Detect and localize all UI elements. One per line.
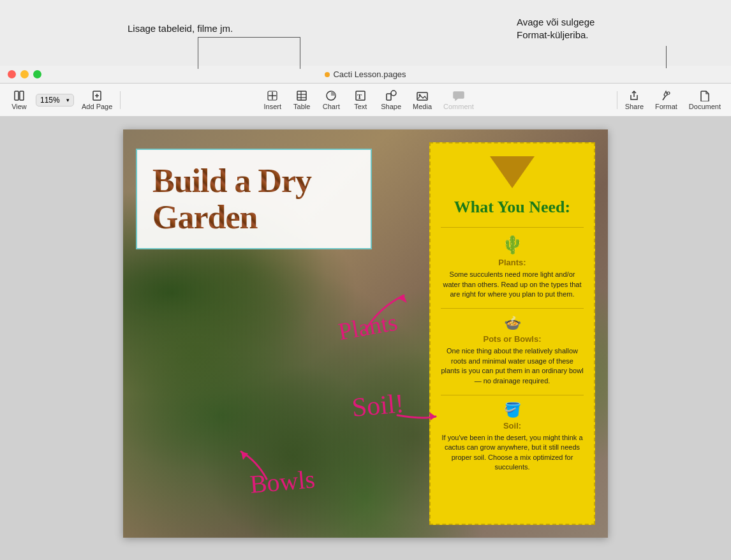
shape-button[interactable]: Shape [376, 87, 406, 113]
toolbar-right: Share Format Document [620, 87, 726, 113]
shovel-icon: 🪣 [441, 402, 584, 418]
tooltip-left: Lisage tabeleid, filme jm. [128, 23, 233, 34]
share-icon [628, 90, 640, 101]
svg-point-16 [391, 91, 396, 96]
title-text: Build a Dry Garden [152, 163, 355, 235]
window-title: Cacti Lesson.pages [325, 70, 406, 79]
text-button[interactable]: T Text [346, 87, 374, 113]
plants-title: Plants: [441, 258, 584, 267]
svg-rect-0 [15, 91, 18, 100]
svg-rect-8 [297, 91, 306, 100]
panel-divider-2 [441, 308, 584, 309]
title-dot-icon [325, 72, 330, 77]
insert-icon [267, 90, 278, 101]
panel-section-soil: 🪣 Soil: If you've been in the desert, yo… [441, 402, 584, 473]
format-button[interactable]: Format [650, 87, 683, 113]
format-icon [660, 90, 672, 101]
toolbar-separator-1 [120, 91, 121, 109]
pots-title: Pots or Bowls: [441, 334, 584, 344]
toolbar-center: Insert Table Chart T Text [123, 87, 614, 113]
document-icon [699, 90, 711, 101]
bowl-icon: 🍲 [441, 315, 584, 332]
soil-text: If you've been in the desert, you might … [441, 433, 584, 473]
add-page-button[interactable]: Add Page [77, 87, 117, 113]
window-controls[interactable] [8, 70, 41, 78]
chart-icon [325, 90, 337, 101]
media-button[interactable]: Media [408, 87, 437, 113]
page-canvas[interactable]: Build a Dry Garden What You Need: 🌵 Plan… [123, 129, 608, 538]
panel-divider-1 [441, 227, 584, 228]
toolbar-left: View 115% ▾ Add Page [5, 87, 117, 113]
panel-divider-3 [441, 395, 584, 395]
zoom-control[interactable]: 115% ▾ [36, 94, 74, 107]
soil-title: Soil: [441, 421, 584, 431]
panel-section-pots: 🍲 Pots or Bowls: One nice thing about th… [441, 315, 584, 386]
plants-text: Some succulents need more light and/or w… [441, 270, 584, 299]
minimize-button[interactable] [20, 70, 29, 78]
title-box[interactable]: Build a Dry Garden [136, 149, 372, 249]
plant-icon: 🌵 [441, 234, 584, 255]
toolbar: View 115% ▾ Add Page Insert [0, 84, 731, 117]
document-button[interactable]: Document [684, 87, 726, 113]
comment-button[interactable]: Comment [438, 87, 479, 113]
chevron-down-icon: ▾ [66, 97, 70, 103]
svg-point-19 [667, 92, 670, 94]
tooltip-right-line2: Format-küljeriba. [517, 29, 589, 40]
titlebar: Cacti Lesson.pages [0, 66, 731, 84]
svg-rect-17 [417, 92, 427, 100]
chart-button[interactable]: Chart [317, 87, 345, 113]
shape-icon [385, 90, 397, 101]
info-panel: What You Need: 🌵 Plants: Some succulents… [429, 142, 595, 525]
view-button[interactable]: View [5, 87, 33, 113]
share-button[interactable]: Share [620, 87, 649, 113]
tooltip-right-line1: Avage või sulgege [517, 17, 594, 27]
view-icon [13, 90, 25, 101]
insert-button[interactable]: Insert [258, 87, 286, 113]
svg-rect-15 [387, 94, 391, 100]
panel-section-plants: 🌵 Plants: Some succulents need more ligh… [441, 234, 584, 299]
close-button[interactable] [8, 70, 16, 78]
maximize-button[interactable] [33, 70, 41, 78]
table-button[interactable]: Table [288, 87, 316, 113]
svg-rect-1 [20, 91, 24, 100]
svg-text:T: T [357, 92, 362, 100]
content-area[interactable]: Build a Dry Garden What You Need: 🌵 Plan… [0, 117, 731, 560]
media-icon [417, 90, 428, 101]
comment-icon [453, 90, 464, 101]
arrow-icon [490, 156, 535, 188]
pots-text: One nice thing about the relatively shal… [441, 346, 584, 386]
toolbar-separator-2 [617, 91, 617, 109]
panel-arrow [441, 156, 584, 191]
text-icon: T [355, 90, 366, 101]
addpage-icon [91, 90, 103, 101]
table-icon [296, 90, 307, 101]
panel-title: What You Need: [441, 197, 584, 217]
